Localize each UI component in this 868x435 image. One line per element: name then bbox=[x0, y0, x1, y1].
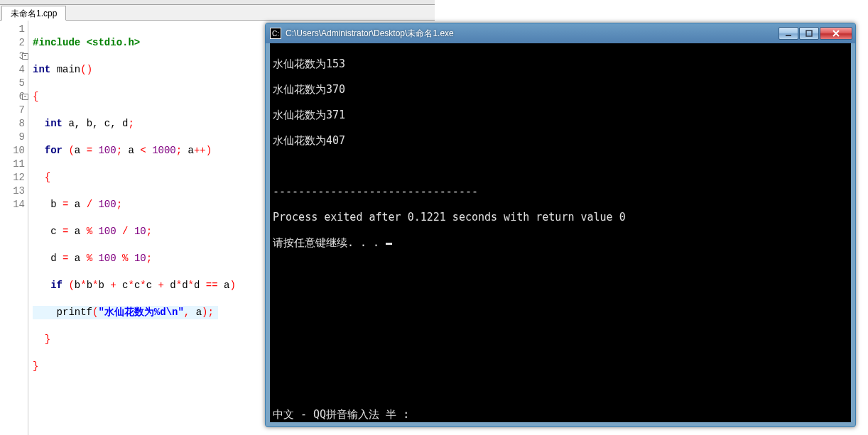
token-semi: ; bbox=[128, 118, 134, 129]
lineno: 10 bbox=[13, 145, 25, 156]
token-identifier: a bbox=[75, 253, 80, 264]
token-identifier: printf bbox=[57, 307, 92, 318]
token-brace: } bbox=[45, 334, 50, 345]
token-identifier: b bbox=[87, 280, 92, 291]
token-identifier: a bbox=[75, 226, 80, 237]
token-op: + bbox=[152, 280, 170, 291]
token-paren: ) bbox=[229, 280, 235, 291]
lineno: 4 bbox=[19, 64, 25, 75]
file-tab[interactable]: 未命名1.cpp bbox=[1, 6, 66, 21]
token-identifier: d bbox=[170, 280, 175, 291]
token-semi: ; bbox=[146, 226, 152, 237]
lineno: 1 bbox=[19, 23, 25, 35]
token-identifier: b bbox=[50, 199, 56, 210]
token-keyword: int bbox=[45, 118, 63, 129]
lineno: 13 bbox=[13, 185, 25, 197]
token-number: 100 bbox=[98, 253, 116, 264]
token-identifier: a bbox=[196, 307, 202, 318]
lineno: 2 bbox=[19, 37, 25, 48]
token-paren: ) bbox=[87, 64, 92, 75]
token-identifier: main bbox=[57, 64, 81, 75]
token-paren: ); bbox=[202, 307, 214, 318]
titlebar[interactable]: C: C:\Users\Administrator\Desktop\未命名1.e… bbox=[266, 23, 855, 43]
token-paren: ) bbox=[206, 145, 212, 156]
token-brace: } bbox=[33, 360, 38, 372]
minimize-button[interactable] bbox=[779, 27, 798, 40]
token-op: = bbox=[57, 226, 75, 237]
console-line: 水仙花数为370 bbox=[273, 83, 848, 96]
token-identifier: c bbox=[146, 280, 152, 291]
close-button[interactable] bbox=[820, 27, 852, 40]
lineno: 14 bbox=[13, 199, 25, 210]
window-title: C:\Users\Administrator\Desktop\未命名1.exe bbox=[286, 28, 779, 40]
console-separator: -------------------------------- bbox=[273, 185, 848, 198]
token-number: 100 bbox=[98, 145, 116, 156]
console-line: 水仙花数为407 bbox=[273, 134, 848, 147]
token-op: = bbox=[57, 253, 75, 264]
cursor-icon bbox=[386, 243, 392, 245]
token-preprocessor: #include bbox=[33, 37, 80, 48]
maximize-button[interactable] bbox=[799, 27, 819, 40]
lineno: 9 bbox=[19, 131, 25, 143]
svg-rect-0 bbox=[786, 35, 791, 36]
token-number: 100 bbox=[98, 226, 116, 237]
prompt-text: 请按任意键继续. . . bbox=[273, 236, 386, 249]
console-line: 水仙花数为153 bbox=[273, 57, 848, 70]
console-window[interactable]: C: C:\Users\Administrator\Desktop\未命名1.e… bbox=[265, 23, 856, 427]
token-number: 10 bbox=[134, 226, 146, 237]
token-comma: , bbox=[184, 307, 196, 318]
token-identifier: a bbox=[188, 145, 194, 156]
lineno: 7 bbox=[19, 104, 25, 116]
lineno: 5 bbox=[19, 77, 25, 89]
token-header: <stdio.h> bbox=[87, 37, 141, 48]
token-paren: ( bbox=[63, 280, 75, 291]
token-number: 100 bbox=[98, 199, 116, 210]
token-semi: ; bbox=[176, 145, 188, 156]
token-semi: ; bbox=[116, 199, 122, 210]
token-op: / bbox=[116, 226, 134, 237]
lineno: 11 bbox=[13, 158, 25, 170]
app-icon: C: bbox=[270, 28, 281, 39]
highlighted-line: printf("水仙花数为%d\n", a); bbox=[33, 306, 218, 319]
token-brace: { bbox=[33, 91, 38, 102]
console-line bbox=[273, 160, 848, 172]
token-op: * bbox=[129, 280, 134, 291]
svg-rect-1 bbox=[806, 31, 812, 36]
token-brace: { bbox=[45, 172, 50, 183]
lineno: 12 bbox=[13, 172, 25, 183]
close-icon bbox=[832, 29, 840, 38]
token-op: * bbox=[188, 280, 194, 291]
token-identifier: a bbox=[75, 145, 80, 156]
token-op: = bbox=[80, 145, 98, 156]
token-string: "水仙花数为%d\n" bbox=[98, 307, 183, 318]
token-op: * bbox=[80, 280, 86, 291]
token-paren: ( bbox=[63, 145, 75, 156]
token-identifier: a, b, c, d bbox=[63, 118, 128, 129]
fold-toggle-icon[interactable]: - bbox=[22, 53, 28, 60]
token-identifier: b bbox=[98, 280, 104, 291]
token-op: < bbox=[134, 145, 152, 156]
token-op: % bbox=[80, 253, 98, 264]
token-identifier: c bbox=[50, 226, 56, 237]
token-identifier: d bbox=[50, 253, 56, 264]
ime-status: 中文 - QQ拼音输入法 半 : bbox=[273, 408, 409, 421]
console-prompt: 请按任意键继续. . . bbox=[273, 236, 848, 249]
token-op: * bbox=[140, 280, 146, 291]
token-op: + bbox=[104, 280, 122, 291]
token-keyword: for bbox=[45, 145, 63, 156]
maximize-icon bbox=[805, 30, 813, 37]
token-identifier: c bbox=[122, 280, 128, 291]
token-op: == bbox=[200, 280, 224, 291]
tab-bar: 未命名1.cpp bbox=[0, 5, 435, 21]
window-buttons bbox=[779, 27, 852, 40]
token-paren: ( bbox=[80, 64, 86, 75]
minimize-icon bbox=[785, 30, 792, 37]
fold-toggle-icon[interactable]: - bbox=[22, 94, 28, 100]
token-op: * bbox=[176, 280, 182, 291]
token-semi: ; bbox=[146, 253, 152, 264]
token-op: % bbox=[116, 253, 134, 264]
token-keyword: if bbox=[50, 280, 63, 291]
token-keyword: int bbox=[33, 64, 50, 75]
token-identifier: d bbox=[182, 280, 188, 291]
console-body[interactable]: 水仙花数为153 水仙花数为370 水仙花数为371 水仙花数为407 ----… bbox=[270, 43, 851, 422]
